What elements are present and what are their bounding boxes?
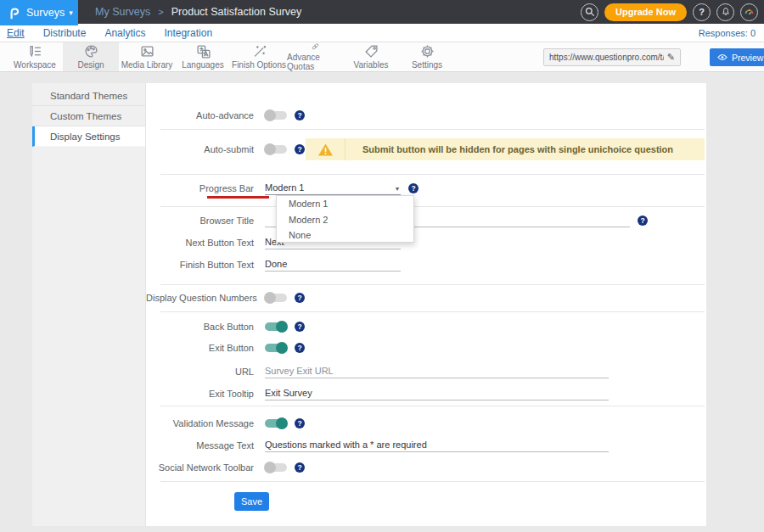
exit-button-label: Exit Button [146,343,265,353]
exit-tooltip-input[interactable]: Exit Survey [265,386,609,400]
search-button[interactable] [581,3,598,21]
auto-advance-help-icon[interactable]: ? [295,110,305,120]
eye-icon [717,53,727,61]
sidebar-item-custom-themes[interactable]: Custom Themes [32,106,145,126]
sidebar-item-label: Display Settings [50,132,120,142]
auto-advance-toggle[interactable] [265,111,287,120]
toolbar-item-workspace[interactable]: Workspace [7,42,63,71]
row-divider [160,406,705,406]
dropdown-option-modern-2[interactable]: Modern 2 [277,212,413,228]
toolbar-item-label: Advance Quotas [287,53,343,71]
finish-button-text-input[interactable]: Done [265,257,401,272]
breadcrumb-separator: > [158,7,163,17]
sidebar-item-standard-themes[interactable]: Standard Themes [32,86,145,106]
tab-distribute[interactable]: Distribute [43,27,87,39]
responses-count[interactable]: Responses: 0 [699,28,764,38]
toolbar-item-label: Languages [182,60,224,70]
toolbar-item-finish-options[interactable]: Finish Options [231,42,287,71]
toggle-knob [264,292,276,304]
exit-button-help-icon[interactable]: ? [295,343,305,353]
toolbar-item-advance-quotas[interactable]: Advance Quotas [287,42,343,71]
exit-button-toggle[interactable] [265,344,287,352]
sidebar-item-display-settings[interactable]: Display Settings [32,126,145,147]
auto-submit-help-icon[interactable]: ? [295,144,305,154]
sidebar-item-label: Custom Themes [50,111,121,121]
auto-submit-warning-banner: Submit button will be hidden for pages w… [306,138,705,160]
auto-advance-row: Auto-advance ? [146,109,305,122]
auto-submit-label: Auto-submit [146,144,265,154]
exit-tooltip-label: Exit Tooltip [146,389,265,399]
toolbar-item-label: Workspace [14,60,56,70]
finish-button-text-label: Finish Button Text [146,260,265,270]
questionpro-logo-icon [8,6,20,20]
exit-url-row: URL Survey Exit URL [146,364,609,378]
warning-triangle-icon [306,143,345,157]
app-logo-block[interactable]: Surveys ▾ [0,0,78,25]
toolbar-item-design[interactable]: Design [63,42,119,71]
row-divider [160,481,705,482]
browser-title-help-icon[interactable]: ? [638,216,648,226]
display-settings-form: Auto-advance ? Auto-submit ? Submit butt… [146,83,706,526]
exit-url-input[interactable]: Survey Exit URL [265,364,609,378]
toolbar-item-label: Variables [354,60,389,70]
breadcrumb-survey-title: Product Satisfaction Survey [171,6,302,18]
breadcrumb-my-surveys[interactable]: My Surveys [95,6,150,18]
display-question-numbers-label: Display Question Numbers [146,293,265,303]
preview-button[interactable]: Preview [710,48,764,66]
toolbar-item-settings[interactable]: Settings [399,42,455,71]
social-network-toolbar-help-icon[interactable]: ? [295,462,305,473]
preview-label: Preview [732,53,763,63]
survey-url-field[interactable]: https://www.questionpro.com/t/AW22Zh44 ✎ [543,48,681,66]
survey-url-text: https://www.questionpro.com/t/AW22Zh44 [549,53,664,62]
browser-title-label: Browser Title [146,216,265,226]
display-question-numbers-toggle[interactable] [265,294,287,302]
questionpro-app: My Surveys > Product Satisfaction Survey… [0,0,764,532]
validation-message-toggle[interactable] [265,419,287,428]
notifications-button[interactable] [716,3,734,21]
toolbar-item-media-library[interactable]: Media Library [119,42,175,71]
toolbar-item-languages[interactable]: Languages [175,42,231,71]
gear-icon [420,44,435,59]
back-button-toggle[interactable] [265,322,287,331]
product-switcher-label: Surveys [26,7,65,19]
tab-edit[interactable]: Edit [7,27,25,39]
bell-icon [721,7,731,17]
back-button-label: Back Button [146,322,265,332]
dropdown-option-none[interactable]: None [277,227,413,244]
chain-links-icon [308,42,323,51]
back-button-help-icon[interactable]: ? [295,322,305,332]
display-question-numbers-help-icon[interactable]: ? [295,293,305,303]
help-button[interactable]: ? [693,3,711,21]
tab-integration[interactable]: Integration [164,27,212,39]
toggle-knob [276,321,288,333]
tab-analytics[interactable]: Analytics [104,27,145,39]
progress-bar-select[interactable]: Modern 1 ▾ [265,181,401,195]
breadcrumb: My Surveys > Product Satisfaction Survey [95,0,301,24]
row-divider [160,311,705,312]
toolbar-item-variables[interactable]: Variables [343,42,399,71]
next-button-text-label: Next Button Text [146,238,265,248]
message-text-label: Message Text [146,440,265,451]
toggle-knob [264,143,276,155]
validation-message-help-icon[interactable]: ? [295,418,305,428]
message-text-input[interactable]: Questions marked with a * are required [265,438,609,452]
select-caret-icon: ▾ [396,185,399,193]
save-button[interactable]: Save [234,492,269,511]
dropdown-option-modern-1[interactable]: Modern 1 [277,196,413,212]
edit-url-icon[interactable]: ✎ [667,52,675,63]
exit-button-row: Exit Button ? [146,341,305,355]
magic-wand-icon [252,44,267,59]
message-text-row: Message Text Questions marked with a * a… [146,438,609,452]
auto-submit-toggle[interactable] [265,145,287,154]
row-divider [160,284,705,285]
usage-meter-button[interactable] [740,3,758,21]
progress-bar-help-icon[interactable]: ? [408,183,419,193]
row-divider [160,129,705,130]
annotation-red-underline [207,196,269,199]
upgrade-now-button[interactable]: Upgrade Now [604,3,687,21]
toggle-knob [276,342,288,354]
back-button-row: Back Button ? [146,320,305,333]
validation-message-label: Validation Message [146,418,265,428]
tag-icon [364,44,379,59]
social-network-toolbar-toggle[interactable] [265,463,287,472]
